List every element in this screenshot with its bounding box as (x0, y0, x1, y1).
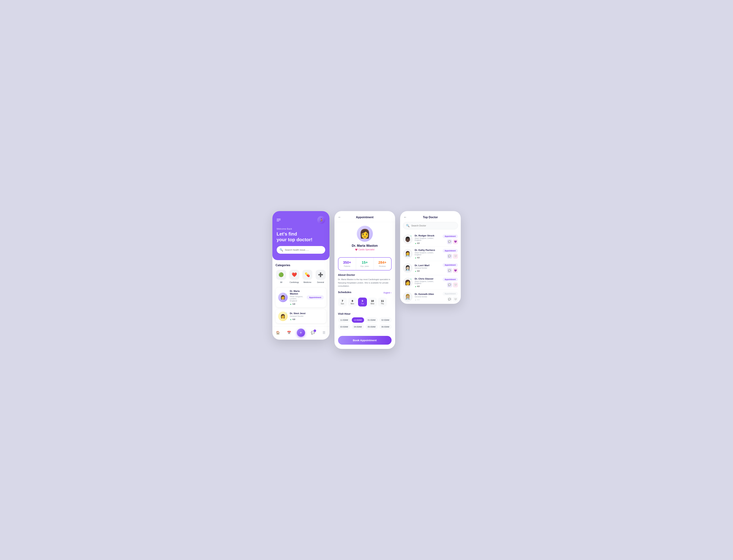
category-general-label: General (317, 281, 324, 283)
doctor-card-2[interactable]: 👩 Dr. Stevi Jessi General Dentist ▲ 4.8 (275, 309, 326, 323)
nav-menu[interactable]: ☰ (321, 329, 327, 336)
search-icon: 🔍 (279, 248, 283, 252)
time-grid: 11:00AM 12:00AM 01:00AM 02:00AM 03:00AM … (338, 317, 392, 329)
heart-btn-3[interactable]: 💜 (453, 268, 458, 273)
doc-list-spec-3: General Dentist (415, 267, 441, 269)
book-appointment-button[interactable]: Book Appointment (338, 336, 392, 345)
doctor-list-avatar-3: 👩🏻‍⚕️ (403, 263, 413, 273)
doctor-list-avatar-5: 👩🏼‍⚕️ (403, 292, 413, 302)
search-doc-icon: 🔍 (406, 224, 410, 227)
date-10[interactable]: 10 Wed (368, 298, 377, 306)
doctor-list-item-3[interactable]: 👩🏻‍⚕️ Dr. Lorri Warf General Dentist ▲ 4… (403, 261, 458, 275)
star-icon-1: ▲ (290, 303, 292, 305)
profile-online-dot (370, 226, 372, 229)
doctor-card-1[interactable]: 👩 Dr. Maria Waston Heart Surgeon, London… (275, 288, 326, 307)
main-title: Let's find your top doctor! (277, 231, 325, 242)
nav-home[interactable]: 🏠 (275, 329, 281, 336)
nav-add[interactable]: + (297, 329, 305, 337)
cardiology-icon: ❤️ (289, 270, 299, 280)
health-search-input[interactable] (285, 249, 322, 251)
time-1200[interactable]: 12:00AM (352, 317, 364, 323)
month-selector[interactable]: Augest › (384, 291, 392, 294)
appointment-title: Appointment (343, 216, 386, 219)
category-cardiology[interactable]: ❤️ Cardiology (289, 270, 300, 283)
msg-btn-3[interactable]: 💬 (447, 268, 452, 273)
categories-grid: 🟢 All ❤️ Cardiology 💊 Medicine ➕ General (275, 270, 326, 283)
category-medicine[interactable]: 💊 Medicine (302, 270, 313, 283)
online-dot-4 (410, 278, 412, 280)
nav-chat[interactable]: 💬 2 (310, 329, 316, 336)
category-general[interactable]: ➕ General (315, 270, 326, 283)
time-0400[interactable]: 04:00AM (352, 324, 364, 329)
heart-icon: 💗 (355, 248, 358, 251)
top-doc-back-button[interactable]: ← (404, 215, 407, 219)
avatar[interactable]: 🧑‍🦽 (317, 216, 325, 224)
msg-btn-2[interactable]: 💬 (447, 254, 452, 259)
msg-btn-1[interactable]: 💬 (447, 239, 452, 244)
category-all[interactable]: 🟢 All (275, 270, 287, 283)
time-0300[interactable]: 03:00AM (338, 324, 350, 329)
heart-btn-5: 🤍 (453, 297, 458, 302)
doc-appt-btn-4[interactable]: Appointment (443, 278, 458, 281)
stat-patients: 350+ Patients (338, 258, 356, 270)
time-0500[interactable]: 05:00AM (365, 324, 378, 329)
rating-2: 4.8 (292, 318, 295, 320)
back-button[interactable]: ← (338, 215, 341, 219)
stat-patients-label: Patients (344, 265, 350, 267)
nav-calendar[interactable]: 📅 (286, 329, 292, 336)
rating-arrow-1: ▲ (415, 242, 417, 244)
health-search-bar[interactable]: 🔍 (277, 246, 325, 254)
doctor-search-input[interactable] (412, 224, 455, 227)
doc-appt-btn-5: Appointment (443, 292, 458, 296)
welcome-text: Welcome Back (277, 227, 325, 230)
time-0600[interactable]: 06:00AM (379, 324, 392, 329)
doc-rating-3: ▲ 4.8 (415, 270, 420, 272)
doc-rating-4: ▲ 4.8 (415, 285, 420, 287)
heart-btn-2[interactable]: 🤍 (453, 254, 458, 259)
doc-list-spec-2: Heart Surgeon, London, England (415, 252, 441, 256)
doctor-search-bar[interactable]: 🔍 (403, 222, 458, 229)
msg-btn-4[interactable]: 💬 (447, 282, 452, 287)
doc-rating-2: ▲ 4.8 (415, 257, 420, 259)
categories-title: Categories (275, 264, 326, 267)
stat-reviews: 284+ Reviews (374, 258, 391, 270)
doctor-list-item-1[interactable]: 👨🏿 Dr. Rodger Struck Heart Surgeon, Lond… (403, 232, 458, 247)
appointment-header: ← Appointment (334, 211, 395, 222)
bottom-nav: 🏠 📅 + 💬 2 ☰ (272, 326, 329, 340)
heart-btn-1[interactable]: 💜 (453, 239, 458, 244)
stat-exp: 15+ Exp. years (356, 258, 374, 270)
msg-btn-5: 💬 (447, 297, 452, 302)
doctor-spec-1: Heart Surgeon, London, England (290, 295, 304, 302)
category-all-label: All (280, 281, 282, 283)
doctor-spec-2: General Dentist (290, 315, 324, 317)
stat-exp-val: 15+ (362, 260, 368, 265)
visit-hour-title: Visit Hour (338, 312, 392, 315)
doc-appt-btn-2[interactable]: Appointment (443, 249, 458, 253)
time-0100[interactable]: 01:00AM (365, 317, 378, 323)
time-1100[interactable]: 11:00AM (338, 317, 350, 323)
doctor-list-avatar-4: 👩 (403, 278, 413, 287)
time-0200[interactable]: 02:00AM (379, 317, 392, 323)
doctor-list-item-5[interactable]: 👩🏼‍⚕️ Dr. Kenneth Allen General Dentist … (403, 290, 458, 304)
date-7[interactable]: 7 Sun (338, 298, 347, 306)
heart-btn-4[interactable]: 🤍 (453, 282, 458, 287)
doc-appt-btn-3[interactable]: Appointment (443, 263, 458, 267)
doc-appt-btn-1[interactable]: Appointment (443, 234, 458, 238)
date-11[interactable]: 11 Thu (378, 298, 387, 306)
doc-rating-1: ▲ 4.8 (415, 242, 420, 244)
doctor-list-item-4[interactable]: 👩 Dr. Chris Glasser Heart Surgeon, Londo… (403, 275, 458, 290)
online-indicator-2 (285, 312, 287, 314)
date-8[interactable]: 8 Mon (348, 298, 357, 306)
appointment-btn-1[interactable]: Appointment (307, 295, 324, 300)
doctor-list: 👨🏿 Dr. Rodger Struck Heart Surgeon, Lond… (400, 232, 461, 304)
doctor-list-item-2[interactable]: 👩‍⚕️ Dr. Kathy Pacheco Heart Surgeon, Lo… (403, 247, 458, 261)
doc-rating-5: ▲ 4.8 (415, 299, 420, 301)
medicine-icon: 💊 (302, 270, 312, 280)
online-indicator-1 (285, 293, 287, 295)
category-cardiology-label: Cardiology (289, 281, 299, 283)
date-9[interactable]: 9 Tue (358, 298, 367, 306)
menu-icon[interactable] (277, 219, 280, 221)
visit-hour-section: Visit Hour 11:00AM 12:00AM 01:00AM 02:00… (334, 312, 395, 336)
stat-exp-label: Exp. years (360, 265, 369, 267)
doctor-avatar-2: 👩 (278, 311, 288, 321)
